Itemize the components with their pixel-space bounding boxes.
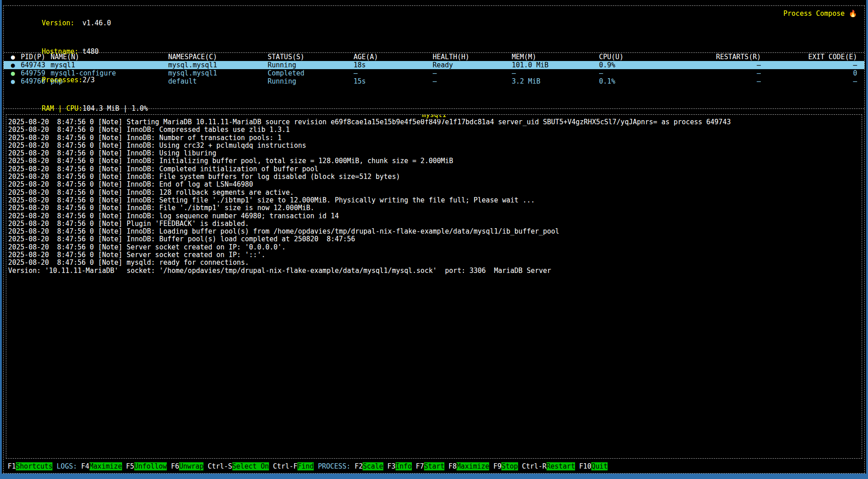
shortcut-unfollow[interactable]: F5Unfollow [126,462,167,470]
process-compose-app: Version:v1.46.0 Hostname:t480 Processes:… [3,5,865,474]
log-lines: 2025-08-20 8:47:56 0 [Note] Starting Mar… [8,118,860,275]
shortcut-section-label: LOGS: [57,462,77,470]
terminal-window: Version:v1.46.0 Hostname:t480 Processes:… [0,0,868,479]
shortcut-stop[interactable]: F9Stop [493,462,518,470]
shortcut-quit[interactable]: F10Quit [579,462,608,470]
shortcut-key: F3 [387,462,396,470]
log-line: 2025-08-20 8:47:56 0 [Note] InnoDB: 128 … [8,189,860,197]
log-line: 2025-08-20 8:47:56 0 [Note] InnoDB: Numb… [8,134,860,142]
hostname-label: Hostname: [42,47,82,56]
log-line: Version: '10.11.11-MariaDB' socket: '/ho… [8,267,860,275]
shortcut-info[interactable]: F3Info [387,462,412,470]
version-label: Version: [42,19,82,28]
log-line: 2025-08-20 8:47:56 0 [Note] InnoDB: Load… [8,228,860,235]
shortcut-restart[interactable]: Ctrl-RRestart [522,462,575,470]
app-title: Process Compose 🔥 [783,9,857,19]
log-line: 2025-08-20 8:47:56 0 [Note] Server socke… [8,251,860,259]
shortcut-key: F2 [354,462,363,470]
log-line: 2025-08-20 8:47:56 0 [Note] InnoDB: File… [8,173,860,181]
log-line: 2025-08-20 8:47:56 0 [Note] Starting Mar… [8,118,860,126]
log-line: 2025-08-20 8:47:56 0 [Note] InnoDB: Buff… [8,235,860,243]
shortcut-maximize[interactable]: F8Maximize [448,462,489,470]
shortcut-bar: F1ShortcutsLOGS:F4MaximizeF5UnfollowF6Un… [4,460,864,473]
shortcut-select-on[interactable]: Ctrl-SSelect On [208,462,269,470]
shortcut-find[interactable]: Ctrl-FFind [273,462,314,470]
version-line: Version:v1.46.0 [9,9,859,38]
ram-cpu-value: 104.3 MiB | 1.0% [83,104,148,113]
processes-label: Processes: [42,75,82,85]
shortcut-label: Unwrap [179,462,203,470]
shortcut-section-label: PROCESS: [318,462,350,470]
shortcut-shortcuts[interactable]: F1Shortcuts [8,462,52,470]
log-line: 2025-08-20 8:47:56 0 [Note] InnoDB: Usin… [8,150,860,157]
shortcut-label: Shortcuts [16,462,52,470]
shortcut-scale[interactable]: F2Scale [354,462,383,470]
log-line: 2025-08-20 8:47:56 0 [Note] InnoDB: log … [8,212,860,220]
shortcut-key: F8 [448,462,457,470]
log-line: 2025-08-20 8:47:56 0 [Note] Plugin 'FEED… [8,220,860,228]
shortcut-label: Info [396,462,412,470]
log-line: 2025-08-20 8:47:56 0 [Note] mysqld: read… [8,259,860,267]
log-panel[interactable]: mysql1 2025-08-20 8:47:56 0 [Note] Start… [6,114,862,459]
shortcut-key: Ctrl-R [522,462,547,470]
shortcut-label: Scale [363,462,383,470]
shortcut-key: F9 [493,462,501,470]
processes-value: 2/3 [83,76,95,84]
ram-cpu-label: RAM | CPU: [42,104,82,113]
log-line: 2025-08-20 8:47:56 0 [Note] InnoDB: End … [8,181,860,188]
log-panel-title: mysql1 [421,114,447,119]
fire-icon: 🔥 [849,9,857,18]
hostname-line: Hostname:t480 [9,38,859,66]
shortcut-label: Unfollow [134,462,167,470]
shortcut-maximize[interactable]: F4Maximize [81,462,122,470]
shortcut-key: Ctrl-S [208,462,232,470]
shortcut-key: Ctrl-F [273,462,297,470]
log-line: 2025-08-20 8:47:56 0 [Note] Server socke… [8,244,860,251]
shortcut-key: F5 [126,462,134,470]
shortcut-key: F1 [8,462,16,470]
version-value: v1.46.0 [82,19,111,27]
shortcut-label: Stop [501,462,518,470]
log-line: 2025-08-20 8:47:56 0 [Note] InnoDB: Sett… [8,197,860,204]
shortcut-label: Restart [547,462,575,470]
log-line: 2025-08-20 8:47:56 0 [Note] InnoDB: File… [8,204,860,212]
shortcut-label: Start [424,462,444,470]
log-line: 2025-08-20 8:47:56 0 [Note] InnoDB: Comp… [8,165,860,173]
shortcut-start[interactable]: F7Start [416,462,444,470]
shortcut-label: Maximize [90,462,122,470]
processes-line: Processes:2/3 [9,66,859,94]
shortcut-key: F6 [171,462,179,470]
shortcut-label: Quit [591,462,608,470]
shortcut-unwrap[interactable]: F6Unwrap [171,462,203,470]
shortcut-key: F4 [81,462,90,470]
shortcut-label: Find [297,462,314,470]
shortcut-label: Select On [232,462,269,470]
log-line: 2025-08-20 8:47:56 0 [Note] InnoDB: Comp… [8,126,860,134]
shortcut-key: F7 [416,462,424,470]
log-line: 2025-08-20 8:47:56 0 [Note] InnoDB: Usin… [8,142,860,150]
log-line: 2025-08-20 8:47:56 0 [Note] InnoDB: Init… [8,157,860,165]
hostname-value: t480 [82,47,99,56]
header-panel: Version:v1.46.0 Hostname:t480 Processes:… [4,6,864,53]
shortcut-key: F10 [579,462,591,470]
shortcut-label: Maximize [457,462,489,470]
